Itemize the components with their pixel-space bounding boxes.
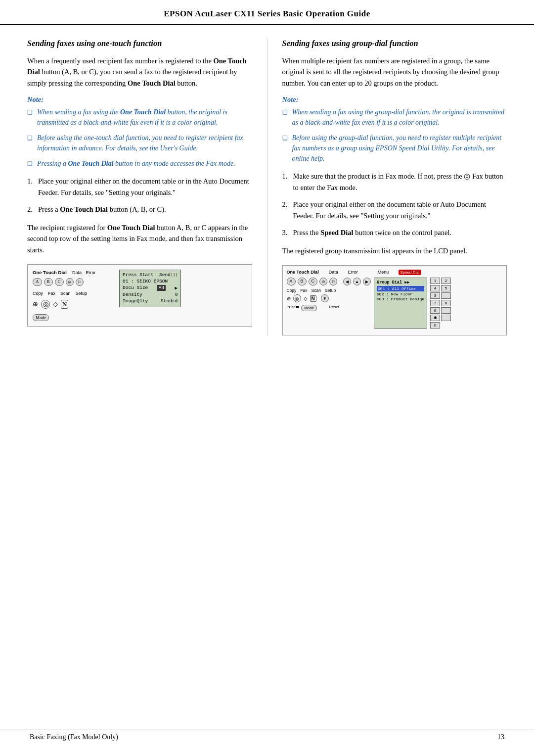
screen-line-4: Density0 <box>123 292 178 297</box>
copy-icon: ⊕ <box>33 300 38 308</box>
numpad-blank <box>441 292 451 299</box>
right-diagram: One Touch Dial Data Error Menu Speed Dia… <box>282 265 507 335</box>
left-step2-followup: The recipient registered for One Touch D… <box>27 222 252 255</box>
left-step-1: 1. Place your original either on the doc… <box>27 176 252 198</box>
left-step-2: 2. Press a One Touch Dial button (A, B, … <box>27 204 252 215</box>
left-diagram: One Touch Dial Data Error A B C ⊙ ⚐ Copy… <box>27 264 252 327</box>
numpad-5[interactable]: 5 <box>441 285 451 291</box>
numpad-0[interactable]: 0 <box>430 322 440 329</box>
left-steps: 1. Place your original either on the doc… <box>27 176 252 215</box>
screen-line-5: ImageQltyStndrd <box>123 298 178 304</box>
setup-icon: N <box>61 300 68 309</box>
scan-icon: ◇ <box>53 300 58 308</box>
left-note-2: Before using the one-touch dial function… <box>27 133 252 153</box>
group-dial-screen: Group Dial ▶▶ G01 : All Office G02 : New… <box>374 278 427 329</box>
footer-right: 13 <box>497 733 504 741</box>
numpad-4[interactable]: 4 <box>430 285 440 291</box>
numpad-star[interactable]: ✱ <box>430 315 440 321</box>
left-screen: Press Start: Send||| 01 : SEIKO EPSON Do… <box>119 270 181 307</box>
left-note-label: Note: <box>27 95 252 104</box>
left-column: Sending faxes using one-touch function W… <box>27 39 267 335</box>
btn-mode[interactable]: Mode <box>33 314 49 321</box>
numpad-blank2 <box>441 307 451 314</box>
left-note-list: When sending a fax using the One Touch D… <box>27 107 252 169</box>
btn-c[interactable]: C <box>55 278 64 286</box>
data-icon: ⊙ <box>66 278 74 286</box>
right-step-3: 3. Press the Speed Dial button twice on … <box>282 227 507 238</box>
left-section-heading: Sending faxes using one-touch function <box>27 39 252 48</box>
right-section-heading: Sending faxes using group-dial function <box>282 39 507 48</box>
error-icon: ⚐ <box>76 278 84 286</box>
screen-line-3: Docu SizeA4▶ <box>123 285 178 291</box>
left-note-3: Pressing a One Touch Dial button in any … <box>27 158 252 169</box>
numpad-7[interactable]: 7 <box>430 300 440 306</box>
fax-icon: ◎ <box>41 300 50 309</box>
right-note-2: Before using the group-dial function, yo… <box>282 133 507 164</box>
right-column: Sending faxes using group-dial function … <box>267 39 507 335</box>
btn-a[interactable]: A <box>33 278 42 286</box>
numpad-3[interactable]: 3 <box>430 292 440 299</box>
left-intro: When a frequently used recipient fax num… <box>27 55 252 89</box>
page-footer: Basic Faxing (Fax Model Only) 13 <box>0 729 534 741</box>
left-note-1: When sending a fax using the One Touch D… <box>27 107 252 128</box>
right-note-label: Note: <box>282 95 507 104</box>
screen-line-1: Press Start: Send||| <box>123 272 178 278</box>
page-header: EPSON AcuLaser CX11 Series Basic Operati… <box>0 0 534 25</box>
right-step-1: 1. Make sure that the product is in Fax … <box>282 171 507 193</box>
right-intro: When multiple recipient fax numbers are … <box>282 55 507 89</box>
content-area: Sending faxes using one-touch function W… <box>0 39 534 335</box>
btn-b[interactable]: B <box>44 278 53 286</box>
right-note-1: When sending a fax using the group-dial … <box>282 107 507 128</box>
right-steps: 1. Make sure that the product is in Fax … <box>282 171 507 238</box>
footer-left: Basic Faxing (Fax Model Only) <box>30 733 118 741</box>
right-step3-followup: The registered group transmission list a… <box>282 245 507 256</box>
header-title: EPSON AcuLaser CX11 Series Basic Operati… <box>164 9 370 18</box>
numpad-1[interactable]: 1 <box>430 278 440 284</box>
speed-dial-btn[interactable]: Speed Dial <box>399 270 421 275</box>
numpad-blank3 <box>441 315 451 321</box>
numpad-6[interactable]: 6 <box>430 307 440 314</box>
numpad-2[interactable]: 2 <box>441 278 451 284</box>
right-step-2: 2. Place your original either on the doc… <box>282 199 507 221</box>
screen-line-2: 01 : SEIKO EPSON <box>123 279 178 284</box>
numpad-8[interactable]: 8 <box>441 300 451 306</box>
right-note-list: When sending a fax using the group-dial … <box>282 107 507 164</box>
